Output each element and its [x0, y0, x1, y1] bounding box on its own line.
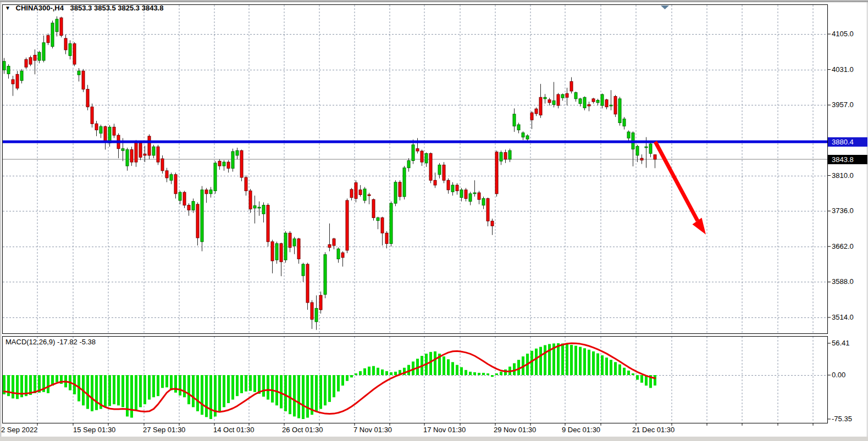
- macd-histogram-bar: [324, 375, 327, 405]
- candle-bear: [535, 109, 538, 114]
- chart-title: ▼ CHINA300-,H4 3853.3 3853.5 3825.3 3843…: [5, 4, 163, 12]
- macd-histogram-bar: [451, 362, 454, 375]
- macd-histogram-bar: [267, 375, 269, 400]
- candle-bear: [249, 191, 252, 209]
- candle-bull: [618, 99, 621, 123]
- macd-histogram-bar: [368, 367, 371, 375]
- candle-bear: [165, 171, 168, 178]
- hline-price-tag: 3880.4: [828, 137, 867, 147]
- macd-histogram-bar: [623, 368, 626, 375]
- candle-bull: [574, 93, 577, 99]
- candle-bear: [372, 199, 375, 217]
- candle-bear: [416, 149, 419, 151]
- candle-bear: [504, 153, 507, 159]
- macd-histogram-bar: [495, 373, 498, 375]
- candle-bull: [337, 249, 340, 259]
- candle-bear: [143, 154, 146, 155]
- candle-bear: [280, 244, 283, 262]
- candle-bull: [209, 190, 212, 194]
- macd-histogram-bar: [183, 375, 186, 397]
- candle-bear: [447, 180, 450, 189]
- candle-bull: [3, 62, 5, 70]
- candle-bear: [311, 303, 313, 320]
- macd-histogram-bar: [174, 375, 177, 393]
- candle-bull: [121, 149, 124, 150]
- price-tick-label: 3588.0: [832, 277, 854, 286]
- red-arrow-head[interactable]: [693, 218, 706, 235]
- candle-bull: [231, 152, 234, 169]
- candle-bear: [245, 177, 247, 191]
- candle-bull: [179, 192, 181, 200]
- macd-histogram-bar: [478, 373, 480, 375]
- macd-histogram-bar: [117, 375, 120, 405]
- candle-bear: [319, 295, 322, 310]
- macd-histogram-bar: [152, 375, 155, 397]
- macd-histogram-bar: [231, 375, 234, 400]
- candle-bear: [491, 221, 494, 226]
- macd-histogram-bar: [284, 375, 287, 411]
- price-tick-label: 4105.0: [832, 30, 854, 38]
- candle-bull: [438, 165, 441, 174]
- red-arrow-annotation[interactable]: [655, 142, 706, 235]
- window-right-edge: [867, 2, 867, 437]
- candle-bull: [649, 144, 652, 153]
- macd-histogram-bar: [16, 375, 19, 399]
- candle-bull: [275, 244, 278, 260]
- candle-bear: [12, 80, 14, 84]
- time-tick-label: 2 Sep 2022: [1, 426, 38, 434]
- candle-bear: [64, 38, 67, 50]
- macd-histogram-bar: [34, 375, 36, 393]
- macd-histogram-bar: [566, 344, 568, 375]
- candle-bear: [271, 242, 274, 261]
- macd-histogram-bar: [429, 352, 432, 375]
- macd-histogram-bar: [218, 375, 221, 411]
- candle-bear: [421, 151, 423, 162]
- candle-bear: [548, 100, 551, 103]
- macd-histogram-bar: [249, 375, 252, 391]
- candle-bull: [451, 185, 454, 192]
- macd-histogram-bar: [161, 375, 164, 388]
- price-tick-label: 3810.0: [832, 171, 854, 180]
- hline-3880[interactable]: [3, 141, 827, 143]
- candle-bear: [530, 113, 533, 120]
- macd-histogram-bar: [328, 375, 331, 402]
- macd-histogram-bar: [636, 375, 639, 379]
- candle-bull: [56, 19, 58, 32]
- macd-histogram-bar: [143, 375, 146, 404]
- candle-bear: [16, 74, 19, 88]
- macd-histogram-bar: [126, 375, 129, 416]
- macd-histogram-bar: [434, 351, 436, 375]
- candle-bull: [517, 125, 520, 130]
- candle-bull: [407, 160, 410, 168]
- macd-histogram-bar: [245, 375, 247, 392]
- candle-bear: [60, 18, 63, 35]
- candle-bull: [522, 133, 524, 137]
- macd-histogram-bar: [610, 360, 612, 375]
- candle-bear: [350, 189, 353, 198]
- candle-bull: [51, 23, 54, 47]
- gridlines-layer: [3, 5, 827, 422]
- candle-bear: [104, 127, 107, 142]
- red-arrow-shaft[interactable]: [655, 142, 698, 221]
- chart-shift-icon[interactable]: [661, 5, 669, 9]
- chart-canvas[interactable]: [0, 0, 868, 441]
- horizontal-line-3880[interactable]: [3, 141, 827, 143]
- candle-bear: [443, 165, 445, 180]
- candle-bull: [38, 52, 41, 60]
- macd-histogram-bar: [359, 371, 362, 375]
- candle-bull: [460, 190, 463, 198]
- macd-histogram-bar: [614, 362, 617, 375]
- candle-bull: [293, 239, 296, 246]
- candle-bear: [267, 205, 269, 242]
- window-bottom-edge: [0, 437, 868, 441]
- candle-bear: [654, 155, 656, 159]
- candle-bear: [205, 190, 208, 194]
- symbol-dropdown-icon[interactable]: ▼: [5, 5, 10, 11]
- candle-bear: [25, 59, 27, 67]
- current-price-tag: 3843.8: [828, 155, 867, 164]
- candle-bull: [636, 146, 639, 155]
- candle-bear: [465, 190, 467, 199]
- candle-bear: [592, 99, 595, 102]
- chart-shift-marker-icon[interactable]: [661, 5, 669, 9]
- candle-bull: [513, 114, 516, 126]
